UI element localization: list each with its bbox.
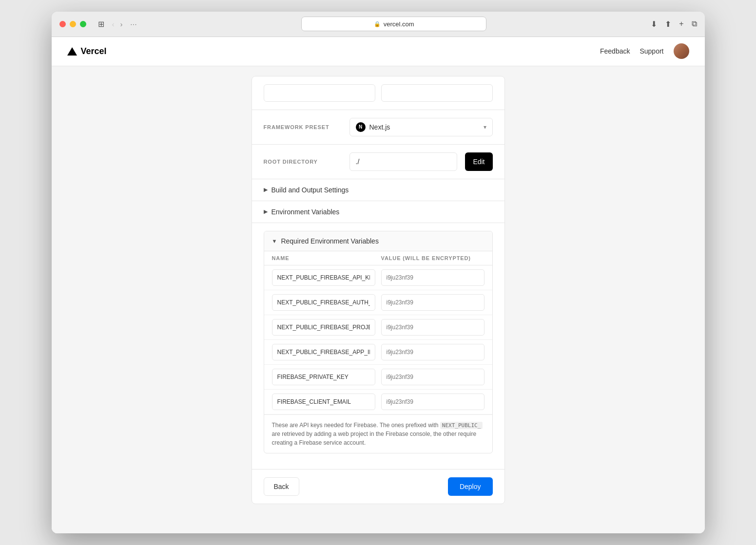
framework-field: N Next.js ▾ (349, 118, 493, 136)
env-name-input-3[interactable] (272, 319, 375, 336)
topnav-right: Feedback Support (600, 43, 689, 59)
env-value-input-3[interactable] (381, 319, 485, 336)
select-left: N Next.js (356, 122, 390, 132)
sidebar-toggle-icon[interactable]: ⊞ (98, 19, 104, 29)
vercel-logo-text: Vercel (81, 46, 107, 56)
avatar[interactable] (674, 43, 689, 59)
env-table-header: NAME VALUE (WILL BE ENCRYPTED) (264, 251, 492, 265)
env-value-input-6[interactable] (381, 394, 485, 410)
build-output-label: Build and Output Settings (271, 186, 349, 194)
close-button[interactable] (59, 21, 66, 27)
back-arrow-icon[interactable]: ‹ (110, 19, 116, 29)
main-content: Vercel Feedback Support FRAMEWOR (52, 37, 705, 534)
env-value-input-5[interactable] (381, 369, 485, 385)
build-output-section: ▶ Build and Output Settings (252, 179, 504, 201)
env-row (264, 315, 492, 340)
env-name-input-4[interactable] (272, 344, 375, 360)
download-icon[interactable]: ⬇ (651, 19, 657, 29)
build-output-header[interactable]: ▶ Build and Output Settings (264, 186, 493, 194)
root-directory-row: ROOT DIRECTORY Edit (252, 145, 504, 179)
framework-select[interactable]: N Next.js ▾ (349, 118, 493, 136)
partial-top-row (252, 76, 504, 110)
chevron-down-icon: ▾ (484, 124, 486, 131)
framework-value: Next.js (369, 123, 390, 131)
env-value-input-4[interactable] (381, 344, 485, 360)
env-row (264, 265, 492, 290)
browser-window: ⊞ ‹ › ··· 🔒 vercel.com ⬇ ⬆ + ⧉ Vercel (52, 12, 705, 534)
framework-label: FRAMEWORK PRESET (264, 124, 342, 130)
framework-preset-row: FRAMEWORK PRESET N Next.js ▾ (252, 110, 504, 145)
value-col-header: VALUE (WILL BE ENCRYPTED) (381, 255, 485, 261)
env-name-input-1[interactable] (272, 269, 375, 286)
url-bar-area: 🔒 vercel.com (143, 17, 645, 31)
support-link[interactable]: Support (640, 47, 663, 55)
root-dir-label: ROOT DIRECTORY (264, 159, 342, 165)
env-value-input-1[interactable] (381, 269, 485, 286)
form-footer: Back Deploy (252, 469, 504, 504)
env-value-input-2[interactable] (381, 294, 485, 311)
maximize-button[interactable] (80, 21, 86, 27)
avatar-image (674, 43, 689, 59)
req-env-vars-header[interactable]: ▼ Required Environment Variables (264, 231, 492, 251)
add-tab-icon[interactable]: + (679, 19, 683, 28)
partial-input-2[interactable] (381, 84, 493, 102)
env-row (264, 290, 492, 315)
edit-button[interactable]: Edit (465, 152, 492, 171)
tabs-icon[interactable]: ⧉ (692, 19, 697, 28)
url-text: vercel.com (384, 20, 414, 28)
deploy-button[interactable]: Deploy (448, 477, 493, 496)
form-container: FRAMEWORK PRESET N Next.js ▾ ROOT DIRE (252, 76, 505, 505)
url-bar[interactable]: 🔒 vercel.com (301, 17, 486, 31)
nextjs-icon: N (356, 122, 366, 132)
topnav: Vercel Feedback Support (52, 37, 705, 66)
env-vars-label: Environment Variables (271, 208, 340, 216)
nav-arrows: ‹ › (110, 19, 125, 29)
form-bottom-padding (252, 461, 504, 469)
vercel-logo[interactable]: Vercel (67, 46, 107, 56)
env-name-input-5[interactable] (272, 369, 375, 385)
root-dir-input[interactable] (349, 152, 458, 171)
env-name-input-2[interactable] (272, 294, 375, 311)
req-env-label: Required Environment Variables (281, 237, 379, 245)
forward-arrow-icon[interactable]: › (118, 19, 125, 29)
collapse-right-icon-2: ▶ (264, 208, 268, 215)
partial-input-1[interactable] (264, 84, 375, 102)
env-name-input-6[interactable] (272, 394, 375, 410)
back-button[interactable]: Back (264, 477, 299, 496)
dots-menu-icon[interactable]: ··· (131, 20, 137, 28)
name-col-header: NAME (272, 255, 375, 261)
lock-icon: 🔒 (374, 21, 381, 27)
titlebar: ⊞ ‹ › ··· 🔒 vercel.com ⬇ ⬆ + ⧉ (52, 12, 705, 37)
collapse-right-icon: ▶ (264, 187, 268, 193)
env-row (264, 390, 492, 414)
env-description: These are API keys needed for Firebase. … (264, 414, 492, 453)
env-vars-header[interactable]: ▶ Environment Variables (264, 208, 493, 216)
share-icon[interactable]: ⬆ (665, 19, 671, 29)
env-row (264, 340, 492, 365)
traffic-lights (59, 21, 86, 27)
req-env-vars-section: ▼ Required Environment Variables NAME VA… (264, 231, 493, 454)
titlebar-right: ⬇ ⬆ + ⧉ (651, 19, 697, 29)
minimize-button[interactable] (70, 21, 76, 27)
vercel-triangle-icon (67, 47, 77, 56)
feedback-link[interactable]: Feedback (600, 47, 630, 55)
page-body: FRAMEWORK PRESET N Next.js ▾ ROOT DIRE (52, 66, 705, 534)
env-row (264, 365, 492, 390)
env-vars-section: ▶ Environment Variables (252, 201, 504, 223)
collapse-down-icon: ▼ (272, 238, 277, 244)
